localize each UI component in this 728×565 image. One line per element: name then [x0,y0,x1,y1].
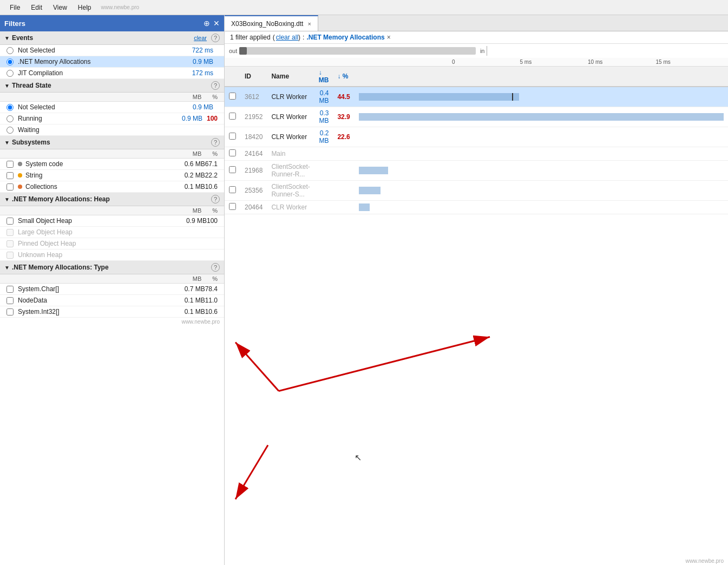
main-area: Filters ⊕ ✕ ▼ Events clear ? Not Selecte… [0,15,728,565]
menubar-watermark: www.newbe.pro [101,4,140,10]
subsystems-arrow-icon: ▼ [4,140,10,146]
thread-state-header[interactable]: ▼ Thread State ? [0,79,224,93]
type-help-icon[interactable]: ? [211,263,220,272]
filter-clear-all-link[interactable]: clear all [276,34,298,41]
event-jit-value: 172 ms [192,69,213,77]
out-label: out [229,48,237,54]
large-object-heap-checkbox[interactable] [6,229,14,236]
system-char-checkbox[interactable] [6,286,14,293]
heap-col-headers: MB % [0,206,224,215]
timeline-slider[interactable] [239,47,476,55]
row-checkbox[interactable] [229,133,236,140]
small-object-heap-mb: 0.9 MB [186,217,207,225]
menubar: File Edit View Help www.newbe.pro [0,0,728,15]
small-object-heap-label: Small Object Heap [18,217,186,225]
subsystems-header[interactable]: ▼ Subsystems ? [0,136,224,149]
thread-state-help-icon[interactable]: ? [211,81,220,90]
thread-table: ID Name ↓ MB ↓ % 3612CLR Worker0.4 MB44.… [225,67,728,214]
row-pct: 32.9 [333,107,354,127]
thread-not-selected-mb: 0.9 MB [193,103,213,111]
row-mb: 0.2 MB [314,127,333,147]
menu-edit[interactable]: Edit [25,3,48,12]
main-tab[interactable]: X03Boxing_NoBoxing.dtt × [225,15,318,31]
small-object-heap-pct: 100 [207,217,218,225]
system-int32-checkbox[interactable] [6,308,14,316]
thread-waiting-row: Waiting [0,124,224,136]
row-checkbox[interactable] [229,203,236,210]
subsys-system-code-checkbox[interactable] [6,161,14,168]
row-id: 25356 [240,181,267,201]
large-object-heap-label: Large Object Heap [18,228,218,236]
pin-icon[interactable]: ⊕ [204,19,210,28]
event-jit-label: JIT Compilation [18,69,192,77]
th-id[interactable]: ID [240,67,267,87]
event-jit-radio[interactable] [6,70,14,77]
heap-section-header[interactable]: ▼ .NET Memory Allocations: Heap ? [0,193,224,206]
unknown-heap-checkbox[interactable] [6,252,14,259]
row-mb [314,147,333,161]
menu-help[interactable]: Help [73,3,97,12]
row-name: CLR Worker [267,127,314,147]
subsystems-help-icon[interactable]: ? [211,138,220,147]
tab-close-button[interactable]: × [307,21,311,27]
row-checkbox[interactable] [229,186,236,193]
thread-not-selected-radio[interactable] [6,104,14,111]
thread-state-arrow-icon: ▼ [4,83,10,89]
row-checkbox[interactable] [229,149,236,156]
table-row: 21952CLR Worker0.3 MB32.9 [225,107,728,127]
event-not-selected-radio[interactable] [6,47,14,54]
thread-state-title: Thread State [12,82,211,89]
heap-help-icon[interactable]: ? [211,195,220,203]
close-icon[interactable]: ✕ [213,19,220,28]
row-checkbox[interactable] [229,166,236,173]
subsystems-title: Subsystems [12,139,211,146]
row-checkbox[interactable] [229,113,236,120]
filters-watermark: www.newbe.pro [0,318,224,326]
filter-paren-open: ( [273,34,275,41]
row-pct: 22.6 [333,127,354,147]
th-bar [355,67,728,87]
data-table: ID Name ↓ MB ↓ % 3612CLR Worker0.4 MB44.… [225,67,728,312]
type-section-header[interactable]: ▼ .NET Memory Allocations: Type ? [0,261,224,274]
row-bar [355,107,728,127]
pinned-object-heap-checkbox[interactable] [6,240,14,247]
th-mb[interactable]: ↓ MB [314,67,333,87]
type-arrow-icon: ▼ [4,265,10,271]
row-pct: 44.5 [333,87,354,107]
small-object-heap-checkbox[interactable] [6,218,14,225]
subsys-collections-checkbox[interactable] [6,183,14,190]
row-checkbox[interactable] [229,93,236,100]
events-clear-link[interactable]: clear [194,35,207,41]
event-net-memory-radio[interactable] [6,58,14,65]
row-name: ClientSocket-Runner-R... [267,161,314,181]
svg-line-2 [279,337,490,391]
thread-running-radio[interactable] [6,115,14,122]
timeline-thumb[interactable] [239,47,247,55]
menu-file[interactable]: File [4,3,25,12]
thread-waiting-radio[interactable] [6,127,14,134]
row-mb [314,201,333,214]
filter-applied-close-button[interactable]: × [387,34,391,41]
thread-not-selected-row: Not Selected 0.9 MB [0,102,224,113]
subsys-collections-mb: 0.1 MB [185,183,205,190]
ruler-mark-15: 15 ms [656,59,724,65]
ruler-marks: 0 5 ms 10 ms 15 ms [452,59,724,65]
row-bar [355,127,728,147]
subsys-string-checkbox[interactable] [6,172,14,179]
canvas-area: ↖ [225,312,728,557]
th-name[interactable]: Name [267,67,314,87]
pinned-object-heap-row: Pinned Object Heap [0,238,224,249]
filter-paren-close: ) [298,34,300,41]
system-char-pct: 78.4 [205,285,218,293]
row-pct [333,201,354,214]
subsys-string-pct: 22.2 [205,172,218,179]
th-pct[interactable]: ↓ % [333,67,354,87]
events-section-header[interactable]: ▼ Events clear ? [0,31,224,45]
menu-view[interactable]: View [48,3,73,12]
row-name: ClientSocket-Runner-S... [267,181,314,201]
events-help-icon[interactable]: ? [211,34,220,42]
event-jit-row: JIT Compilation 172 ms [0,68,224,79]
table-body: 3612CLR Worker0.4 MB44.521952CLR Worker0… [225,87,728,214]
row-name: Main [267,147,314,161]
node-data-checkbox[interactable] [6,297,14,304]
